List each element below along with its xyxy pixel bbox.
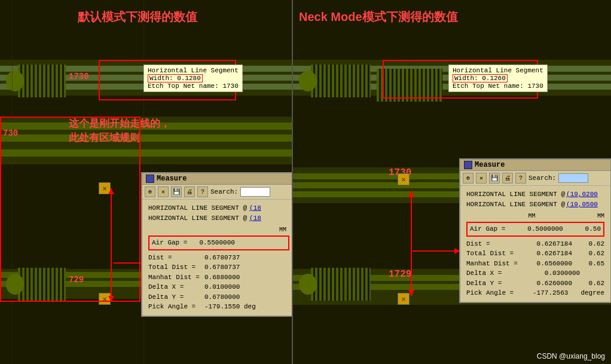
dist-label-right: Dist = [466, 239, 520, 249]
total-dist-label-left: Total Dist = [148, 262, 202, 273]
measure-row2-label-right: HORIZONTAL LINE SEGMENT @ [466, 200, 565, 210]
manhat-value2-right: 0.65 [589, 259, 604, 269]
measure-row2-label-left: HORIZONTAL LINE SEGMENT @ [148, 213, 247, 224]
right-title-label: Neck Mode模式下测得的数值 [299, 9, 458, 25]
total-dist-value2-right: 0.62 [589, 249, 604, 259]
toolbar-x-left[interactable]: ✕ [158, 186, 169, 197]
pcb-number-1730-left: 1730 [69, 72, 89, 81]
measure-row2-link-left[interactable]: (18 [249, 213, 261, 224]
deltay-row-right: Delta Y = 0.6260000 0.62 [466, 279, 604, 289]
tooltip-width-label-left: Width: 0.1280 [148, 74, 203, 82]
measure-row1-link-left[interactable]: (18 [249, 203, 261, 213]
main-container: 1730 730 729 ✕ ✕ 默认模式下测得的数值 Horizontal L… [0, 0, 611, 364]
tooltip-width-label-right: Width: 0.1260 [453, 74, 508, 82]
deltax-value-left: 0.0100000 [204, 282, 240, 292]
mm-headers-right: MM MM [466, 212, 604, 221]
tooltip-width-left: Width: 0.1280 [148, 74, 239, 82]
tooltip-line2-left: Etch Top Net name: 1730 [148, 82, 239, 90]
measure-data-left: Dist = 0.6780737 Total Dist = 0.6780737 … [148, 253, 289, 312]
toolbar-print-right[interactable]: 🖨 [502, 173, 513, 183]
measure-title-text-right: Measure [475, 161, 505, 169]
toolbar-pin-right[interactable]: ⊕ [463, 173, 473, 183]
manhat-row-right: Manhat Dist = 0.6560000 0.65 [466, 259, 604, 269]
measure-row2-right: HORIZONTAL LINE SEGMENT @ (19,0500 [466, 200, 604, 210]
measure-row1-left: HORIZONTAL LINE SEGMENT @ (18 [148, 203, 289, 213]
measure-icon-left [146, 175, 154, 183]
manhat-label-left: Manhat Dist = [148, 273, 202, 283]
angle-row-right: Pick Angle = -177.2563 degree [466, 288, 604, 298]
deltay-label-right: Delta Y = [466, 279, 520, 289]
toolbar-x-right[interactable]: ✕ [476, 173, 487, 183]
total-dist-row-right: Total Dist = 0.6267184 0.62 [466, 249, 604, 259]
striped-bot-right [311, 268, 371, 301]
measure-row1-link-right[interactable]: (19,0200 [566, 189, 598, 200]
measure-toolbar-right: ⊕ ✕ 💾 🖨 ? Search: [460, 171, 610, 186]
angle-label-left: Pick Angle = [148, 302, 202, 312]
dist-value2-right: 0.62 [589, 239, 604, 249]
total-dist-value-left: 0.6780737 [204, 262, 240, 273]
pcb-number-1729-right: 1729 [389, 269, 411, 280]
toolbar-help-left[interactable]: ? [197, 186, 208, 197]
deltax-row-left: Delta X = 0.0100000 [148, 282, 289, 292]
deltay-value-left: 0.6780000 [204, 292, 240, 302]
search-label-left: Search: [210, 188, 238, 195]
angle-suffix-right: degree [581, 288, 604, 298]
arrow-to-measure-right [413, 245, 460, 259]
measure-dialog-right: Measure ⊕ ✕ 💾 🖨 ? Search: HORIZONTAL LIN… [459, 158, 611, 303]
search-label-right: Search: [528, 175, 556, 182]
pcb-oval-bot-right [299, 274, 317, 295]
toolbar-save-right[interactable]: 💾 [489, 173, 500, 183]
air-gap-box-left: Air Gap = 0.5500000 [148, 235, 289, 250]
cross-symbol-right-top: ✕ [398, 173, 410, 185]
panel-right: 1730 1729 ✕ ✕ Neck Mode模式下测得的数值 Horizont… [293, 0, 611, 364]
air-gap-box-right: Air Gap = 0.5000000 0.50 [466, 222, 604, 237]
search-input-right[interactable] [558, 173, 588, 183]
air-gap-value-left: 0.5500000 [199, 238, 234, 248]
deltay-row-left: Delta Y = 0.6780000 [148, 292, 289, 302]
deltax-label-right: Delta X = [466, 268, 520, 279]
toolbar-print-left[interactable]: 🖨 [184, 186, 195, 197]
tooltip-right: Horizontal Line Segment Width: 0.1260 Et… [448, 65, 548, 92]
angle-label-right: Pick Angle = [466, 288, 520, 298]
measure-title-bar-left: Measure [142, 173, 293, 185]
toolbar-pin-left[interactable]: ⊕ [145, 186, 155, 197]
red-outline-area-rule [0, 117, 140, 302]
deltay-value2-right: 0.62 [589, 279, 604, 289]
total-dist-row-left: Total Dist = 0.6780737 [148, 262, 289, 273]
air-gap-label-right: Air Gap = [470, 224, 505, 234]
measure-row1-label-right: HORIZONTAL LINE SEGMENT @ [466, 189, 565, 200]
tooltip-width-right: Width: 0.1260 [453, 74, 543, 82]
mm-header1-right: MM [528, 212, 535, 221]
total-dist-value-right: 0.6267184 [537, 249, 572, 259]
measure-title-bar-right: Measure [460, 160, 610, 171]
dist-value-left: 0.6780737 [204, 253, 240, 263]
toolbar-save-left[interactable]: 💾 [171, 186, 182, 197]
measure-content-left: HORIZONTAL LINE SEGMENT @ (18 HORIZONTAL… [142, 200, 293, 316]
angle-row-left: Pick Angle = -179.1550 deg [148, 302, 289, 312]
angle-value-left: -179.1550 deg [204, 302, 256, 312]
deltax-value-right: 0.0300000 [545, 268, 580, 279]
toolbar-help-right[interactable]: ? [515, 173, 526, 183]
angle-value-right: -177.2563 [533, 288, 568, 298]
dist-value-right: 0.6267184 [537, 239, 572, 249]
manhat-row-left: Manhat Dist = 0.6880000 [148, 273, 289, 283]
striped-component-top-right [311, 65, 371, 97]
deltay-value-right: 0.6260000 [537, 279, 572, 289]
deltay-label-left: Delta Y = [148, 292, 202, 302]
measure-row2-left: HORIZONTAL LINE SEGMENT @ (18 [148, 213, 289, 224]
mm-header2-right: MM [597, 212, 604, 221]
total-dist-label-right: Total Dist = [466, 249, 520, 259]
measure-row1-label-left: HORIZONTAL LINE SEGMENT @ [148, 203, 247, 213]
measure-row1-right: HORIZONTAL LINE SEGMENT @ (19,0200 [466, 189, 604, 200]
air-gap-label-left: Air Gap = [152, 238, 187, 248]
measure-data-right: Dist = 0.6267184 0.62 Total Dist = 0.626… [466, 239, 604, 298]
measure-row2-link-right[interactable]: (19,0500 [566, 200, 598, 210]
measure-toolbar-left: ⊕ ✕ 💾 🖨 ? Search: [142, 185, 293, 200]
striped-component-left [18, 65, 66, 97]
panel-left: 1730 730 729 ✕ ✕ 默认模式下测得的数值 Horizontal L… [0, 0, 293, 364]
search-input-left[interactable] [240, 187, 270, 197]
v-measure-indicator-right [410, 191, 413, 296]
tooltip-left: Horizontal Line Segment Width: 0.1280 Et… [143, 65, 243, 92]
pcb-oval-left [6, 71, 24, 91]
measure-dialog-left: Measure ⊕ ✕ 💾 🖨 ? Search: HORIZONTAL LIN… [141, 172, 293, 317]
